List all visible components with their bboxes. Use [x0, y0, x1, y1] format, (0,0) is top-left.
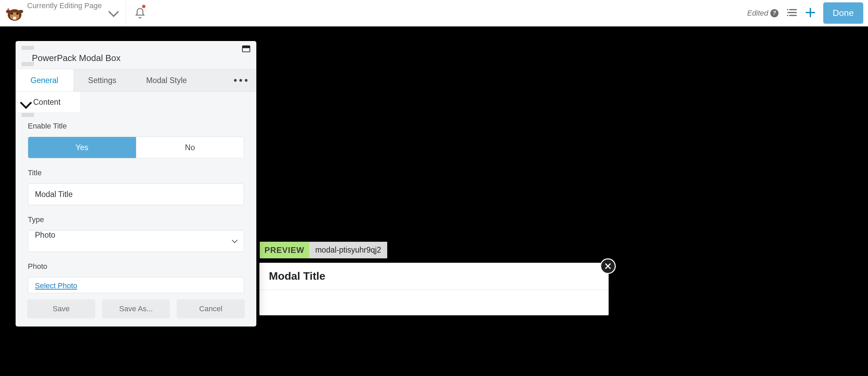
field-photo: Photo Select Photo	[28, 262, 244, 293]
field-label: Title	[28, 169, 244, 177]
field-enable-title: Enable Title Yes No	[28, 122, 244, 158]
svg-rect-15	[242, 46, 250, 48]
svg-point-11	[787, 15, 788, 16]
done-button[interactable]: Done	[823, 2, 863, 24]
svg-point-3	[16, 13, 18, 15]
cancel-button[interactable]: Cancel	[177, 299, 245, 318]
field-label: Type	[28, 215, 244, 224]
preview-badge: PREVIEW	[260, 242, 309, 258]
module-settings-panel: PowerPack Modal Box General Settings Mod…	[16, 41, 256, 326]
page-dropdown-toggle[interactable]	[102, 0, 125, 26]
ellipsis-icon	[234, 79, 248, 82]
modal-preview-header: Modal Title	[259, 263, 609, 290]
currently-editing-label: Currently Editing Page	[27, 1, 102, 10]
edited-indicator: Edited ?	[747, 9, 778, 18]
save-button[interactable]: Save	[27, 299, 95, 318]
tab-settings[interactable]: Settings	[73, 69, 131, 92]
outline-button[interactable]	[786, 7, 797, 20]
type-select[interactable]: Photo	[28, 230, 244, 252]
panel-actions: Save Save As... Cancel	[16, 297, 256, 326]
section-label: Content	[33, 98, 61, 107]
modal-preview: Modal Title	[259, 263, 609, 315]
modal-preview-title: Modal Title	[269, 270, 326, 282]
drag-handle-icon[interactable]	[22, 46, 34, 50]
modal-preview-body	[259, 290, 609, 315]
tab-general[interactable]: General	[16, 69, 73, 92]
panel-title: PowerPack Modal Box	[32, 53, 121, 63]
top-bar: Currently Editing Page Edited ?	[0, 0, 868, 26]
tab-more-button[interactable]	[225, 69, 256, 92]
svg-rect-4	[13, 17, 16, 19]
modal-close-button[interactable]	[600, 258, 616, 274]
field-label: Enable Title	[28, 122, 244, 131]
enable-title-yes[interactable]: Yes	[28, 137, 136, 158]
preview-tag: PREVIEW modal-ptisyuhr9qj2	[260, 242, 387, 258]
help-icon[interactable]: ?	[770, 9, 778, 17]
field-label: Photo	[28, 262, 244, 271]
select-photo-link[interactable]: Select Photo	[35, 281, 77, 290]
field-title: Title	[28, 169, 244, 205]
add-button[interactable]	[805, 7, 816, 19]
chevron-down-icon	[21, 98, 30, 107]
field-type: Type Photo	[28, 215, 244, 252]
notifications-button[interactable]	[126, 0, 154, 26]
tab-modal-style[interactable]: Modal Style	[131, 69, 202, 92]
panel-tabs: General Settings Modal Style	[16, 69, 256, 92]
panel-header[interactable]: PowerPack Modal Box	[16, 41, 256, 69]
panel-body[interactable]: Enable Title Yes No Title Type Photo Pho…	[16, 120, 256, 297]
svg-point-6	[19, 9, 23, 13]
section-content-toggle[interactable]: Content	[16, 92, 81, 113]
panel-resize-button[interactable]	[242, 45, 250, 54]
drag-handle-icon	[16, 113, 256, 120]
top-bar-right: Edited ? Done	[747, 0, 868, 26]
preview-id: modal-ptisyuhr9qj2	[309, 245, 387, 255]
save-as-button[interactable]: Save As...	[102, 299, 170, 318]
title-input[interactable]	[28, 183, 244, 205]
enable-title-no[interactable]: No	[136, 137, 244, 158]
svg-point-2	[11, 13, 13, 15]
beaver-logo-icon	[5, 5, 24, 22]
photo-select-box: Select Photo	[28, 277, 244, 293]
edited-label: Edited	[747, 9, 768, 18]
enable-title-toggle: Yes No	[28, 137, 244, 158]
svg-point-10	[787, 9, 788, 10]
top-bar-left: Currently Editing Page	[0, 0, 102, 26]
drag-handle-icon[interactable]	[22, 62, 34, 66]
